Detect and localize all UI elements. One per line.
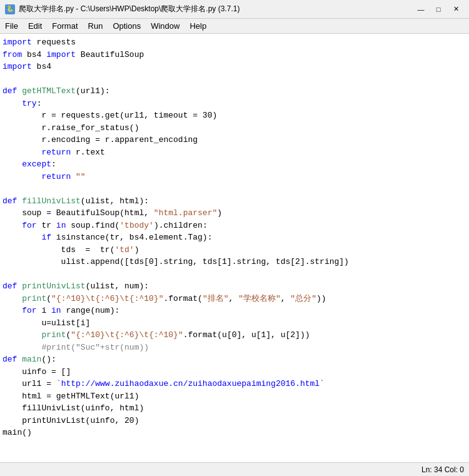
app-icon: 🐍 — [5, 4, 15, 14]
close-button[interactable]: ✕ — [448, 4, 464, 15]
cursor-position: Ln: 34 Col: 0 — [421, 465, 464, 474]
minimize-button[interactable]: — — [413, 4, 429, 15]
window-controls: — □ ✕ — [413, 4, 464, 15]
statusbar: Ln: 34 Col: 0 — [0, 462, 469, 476]
menubar: File Edit Format Run Options Window Help — [0, 19, 469, 34]
menu-help[interactable]: Help — [184, 19, 211, 33]
window-title: 爬取大学排名.py - C:\Users\HWP\Desktop\爬取大学排名.… — [19, 4, 413, 14]
menu-edit[interactable]: Edit — [23, 19, 47, 33]
menu-run[interactable]: Run — [83, 19, 108, 33]
titlebar: 🐍 爬取大学排名.py - C:\Users\HWP\Desktop\爬取大学排… — [0, 0, 469, 19]
menu-format[interactable]: Format — [47, 19, 83, 33]
menu-file[interactable]: File — [0, 19, 23, 33]
code-editor[interactable]: import requests from bs4 import Beautifu… — [0, 34, 469, 462]
menu-options[interactable]: Options — [108, 19, 146, 33]
maximize-button[interactable]: □ — [430, 4, 446, 15]
menu-window[interactable]: Window — [146, 19, 184, 33]
